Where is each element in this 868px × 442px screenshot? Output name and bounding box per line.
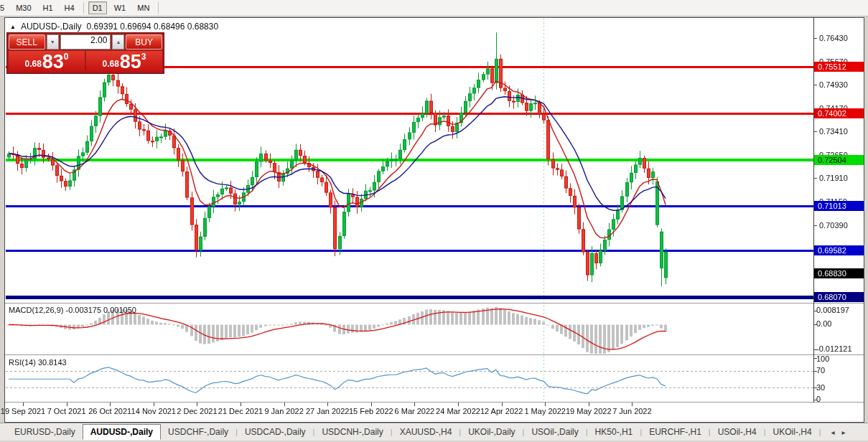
level-price-label: 0.69582 bbox=[814, 245, 864, 255]
level-price-label: 0.72504 bbox=[814, 155, 864, 165]
macd-axis-value: -0.012121 bbox=[816, 344, 852, 353]
tab-ukoil-daily[interactable]: UKOil-,Daily bbox=[461, 425, 522, 439]
price-tick-label: 0.73410 bbox=[819, 127, 848, 136]
tab-ukoil-h4[interactable]: UKOil-,H4 bbox=[766, 425, 819, 439]
buy-button[interactable]: BUY bbox=[126, 34, 162, 50]
rsi-indicator-label: RSI(14) 30.8143 bbox=[9, 358, 67, 367]
date-axis-label: 12 Apr 2022 bbox=[480, 407, 523, 415]
price-tick-label: 0.76430 bbox=[819, 34, 848, 43]
price-tick-label: 0.74930 bbox=[819, 80, 848, 90]
trading-terminal: 5M30H1H4D1W1MN ▲ AUDUSD-,Daily 0.69391 0… bbox=[0, 0, 868, 442]
chart-title: ▲ AUDUSD-,Daily 0.69391 0.69694 0.68496 … bbox=[10, 22, 218, 32]
tab-separator: | bbox=[819, 428, 821, 436]
tab-usdchf-daily[interactable]: USDCHF-,Daily bbox=[161, 425, 235, 439]
tab-eurchf-h1[interactable]: EURCHF-,H1 bbox=[642, 425, 709, 439]
tab-usdcnh-daily[interactable]: USDCNH-,Daily bbox=[314, 425, 390, 439]
tab-eurusd-daily[interactable]: EURUSD-,Daily bbox=[7, 425, 83, 439]
volume-decrease-button[interactable]: ▼ bbox=[47, 34, 59, 50]
date-axis-label: 7 Oct 2021 bbox=[47, 407, 86, 415]
date-axis-label: 14 Nov 2021 bbox=[131, 407, 176, 415]
rsi-axis-value: 0 bbox=[816, 395, 821, 403]
tab-audusd-daily[interactable]: AUDUSD-,Daily bbox=[83, 424, 161, 440]
macd-axis-value: 0.008197 bbox=[816, 306, 849, 314]
buy-price-display[interactable]: 0.68 85 3 bbox=[86, 51, 162, 72]
sell-price-pip: 0 bbox=[64, 52, 69, 62]
tab-scroll-right-icon[interactable]: ▸ bbox=[841, 428, 845, 436]
level-price-label: 0.71013 bbox=[814, 201, 864, 211]
macd-axis-value: 0.00 bbox=[816, 319, 831, 328]
level-price-label: 0.75512 bbox=[814, 62, 864, 72]
date-axis-label: 15 Feb 2022 bbox=[349, 407, 393, 415]
macd-indicator-label: MACD(12,26,9) -0.003175 0.001050 bbox=[9, 306, 136, 314]
current-price-label: 0.68830 bbox=[814, 268, 864, 278]
date-axis-label: 6 Mar 2022 bbox=[395, 407, 435, 415]
symbol-period-label: AUDUSD-,Daily bbox=[21, 22, 82, 32]
date-axis-label: 21 Dec 2021 bbox=[218, 407, 263, 415]
tab-scroll-arrows: ◂▸ bbox=[831, 428, 845, 436]
sell-price-display[interactable]: 0.68 83 0 bbox=[9, 51, 85, 72]
date-axis-label: 7 Jun 2022 bbox=[612, 407, 651, 415]
date-axis-label: 27 Jan 2022 bbox=[306, 407, 350, 415]
buy-price-pip: 3 bbox=[141, 52, 146, 62]
tab-usoil-h4[interactable]: USOil-,H4 bbox=[711, 425, 764, 439]
date-axis-label: 9 Jan 2022 bbox=[264, 407, 303, 415]
sell-button[interactable]: SELL bbox=[9, 34, 45, 50]
one-click-trade-panel: SELL ▼ 2.00 ▲ BUY 0.68 83 0 0.68 85 3 bbox=[6, 32, 164, 74]
rsi-axis-value: 100 bbox=[816, 354, 829, 363]
rsi-axis-value: 70 bbox=[816, 366, 825, 375]
tab-scroll-left-icon[interactable]: ◂ bbox=[831, 428, 834, 436]
chart-tab-bar: EURUSD-,DailyAUDUSD-,DailyUSDCHF-,Daily|… bbox=[0, 423, 868, 441]
sell-price-prefix: 0.68 bbox=[24, 59, 41, 69]
date-axis-label: 26 Oct 2021 bbox=[88, 407, 131, 415]
ohlc-values: 0.69391 0.69694 0.68496 0.68830 bbox=[87, 22, 219, 32]
level-price-label: 0.74002 bbox=[814, 108, 864, 118]
tab-xauusd-h4[interactable]: XAUUSD-,H4 bbox=[393, 425, 459, 439]
date-axis-label: 1 May 2022 bbox=[524, 407, 565, 415]
price-tick-label: 0.71910 bbox=[819, 174, 848, 183]
date-axis-label: 19 Sep 2021 bbox=[1, 407, 45, 415]
volume-increase-button[interactable]: ▲ bbox=[112, 34, 124, 50]
tab-usoil-daily[interactable]: USOil-,Daily bbox=[524, 425, 585, 439]
level-price-label: 0.68070 bbox=[814, 292, 864, 302]
date-axis-label: 24 Mar 2022 bbox=[436, 407, 480, 415]
buy-price-main: 85 bbox=[120, 52, 141, 71]
sell-price-main: 83 bbox=[42, 52, 64, 71]
collapse-arrow-icon[interactable]: ▲ bbox=[10, 24, 16, 30]
date-axis-label: 2 Dec 2021 bbox=[177, 407, 217, 415]
tab-hk50-h1[interactable]: HK50-,H1 bbox=[588, 425, 640, 439]
rsi-axis-value: 30 bbox=[816, 383, 825, 392]
buy-price-prefix: 0.68 bbox=[102, 59, 118, 69]
price-tick-label: 0.70390 bbox=[819, 221, 848, 230]
tab-usdcad-daily[interactable]: USDCAD-,Daily bbox=[238, 425, 313, 439]
volume-field[interactable]: 2.00 bbox=[60, 34, 111, 50]
date-axis-label: 19 May 2022 bbox=[566, 407, 612, 415]
